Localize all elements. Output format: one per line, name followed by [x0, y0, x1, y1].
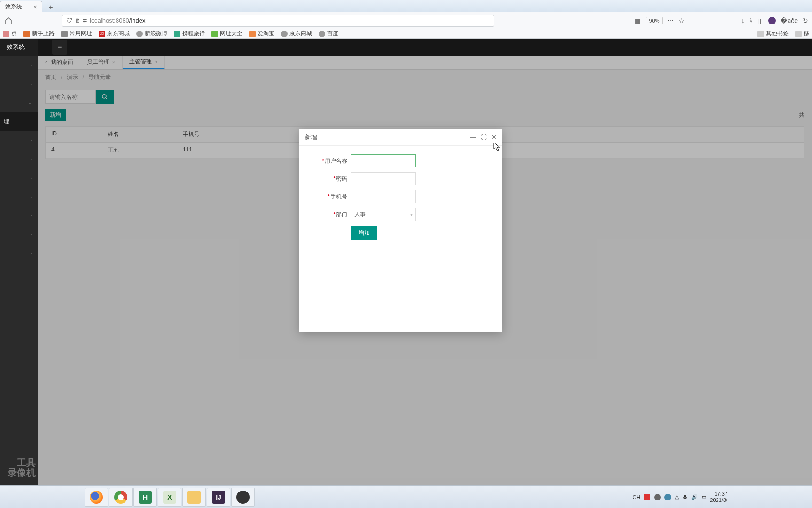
close-icon[interactable]: × — [33, 3, 37, 11]
address-bar[interactable]: 🛡 🗎 ⇄ localhost:8080/index — [62, 15, 494, 27]
browser-tab-strip: 效系统 × + — [0, 0, 812, 12]
submit-button[interactable]: 增加 — [351, 226, 377, 240]
chevron-right-icon: › — [31, 138, 32, 143]
chevron-right-icon: › — [31, 251, 32, 256]
url-host: localhost — [90, 17, 114, 24]
taskbar-excel[interactable]: X — [158, 488, 181, 507]
sidebar-item[interactable]: › — [0, 225, 38, 244]
add-dialog: 新增 — ⛶ ✕ *用户名称 *密码 *手机号 — [299, 129, 502, 332]
chevron-right-icon: › — [31, 81, 32, 87]
bookmark-item[interactable]: 新手上路 — [23, 30, 55, 38]
password-label: *密码 — [313, 175, 347, 183]
chevron-right-icon: › — [31, 63, 32, 68]
sidebar-item[interactable]: › — [0, 168, 38, 187]
ime-indicator[interactable]: CH — [632, 494, 640, 500]
taskbar-firefox[interactable] — [85, 488, 108, 507]
bookmarks-bar: 点 新手上路 常用网址 JD京东商城 新浪微博 携程旅行 网址大全 爱淘宝 京东… — [0, 29, 812, 39]
sidebar-item[interactable]: › — [0, 56, 38, 74]
app-title: 效系统 — [0, 43, 31, 51]
dialog-title: 新增 — [305, 133, 317, 142]
system-tray: CH △ 🖧 🔊 ▭ 17:37 2021/3/ — [632, 491, 727, 502]
taskbar: H X IJ CH △ 🖧 🔊 ▭ 17:37 2021/3/ — [0, 485, 812, 508]
tray-icon[interactable] — [664, 494, 671, 500]
clock[interactable]: 17:37 2021/3/ — [710, 491, 727, 502]
volume-icon[interactable]: 🔊 — [691, 494, 698, 500]
refresh-icon[interactable]: ↻ — [803, 17, 808, 24]
qr-icon[interactable]: ▦ — [635, 17, 641, 24]
connection-icon: ⇄ — [83, 17, 87, 24]
tab-title: 效系统 — [5, 3, 22, 11]
bookmark-item[interactable]: 新浪微博 — [136, 30, 167, 38]
sidebar-watermark: 工具 录像机 — [0, 450, 38, 485]
network-icon[interactable]: 🖧 — [682, 494, 687, 500]
url-port: :8080 — [114, 17, 129, 24]
chevron-right-icon: › — [31, 157, 32, 162]
profile-avatar[interactable] — [768, 17, 776, 24]
url-path: /index — [129, 17, 146, 24]
sidebar-item[interactable]: › — [0, 150, 38, 168]
dialog-header: 新增 — ⛶ ✕ — [299, 129, 502, 146]
shield-icon: 🛡 — [66, 17, 72, 24]
chevron-right-icon: › — [31, 213, 32, 218]
sidebar-item[interactable]: › — [0, 244, 38, 262]
home-icon[interactable] — [4, 16, 13, 25]
dept-label: *部门 — [313, 211, 347, 219]
phone-label: *手机号 — [313, 193, 347, 201]
sidebar-item-active[interactable]: 理 — [0, 112, 38, 131]
dept-select[interactable]: 人事 ▾ — [351, 208, 416, 221]
sidebar-item[interactable]: › — [0, 206, 38, 225]
extensions-icon[interactable]: �ače — [781, 17, 798, 24]
url-bar: 🛡 🗎 ⇄ localhost:8080/index ▦ 90% ⋯ ☆ ↓ ⑊… — [0, 12, 812, 29]
mobile-bookmarks[interactable]: 移 — [795, 30, 809, 38]
sidebar-item[interactable]: ⌄ — [0, 93, 38, 112]
dialog-body: *用户名称 *密码 *手机号 *部门 人事 ▾ — [299, 146, 502, 254]
bookmark-item[interactable]: 京东商城 — [281, 30, 312, 38]
page-info-icon: 🗎 — [75, 17, 81, 24]
username-input[interactable] — [351, 154, 416, 167]
chevron-down-icon: ▾ — [410, 212, 413, 217]
bookmark-item[interactable]: 常用网址 — [61, 30, 92, 38]
bookmark-item[interactable]: 爱淘宝 — [249, 30, 274, 38]
tray-chevron-icon[interactable]: △ — [675, 494, 679, 500]
sidebar-icon[interactable]: ◫ — [757, 17, 764, 24]
bookmark-item[interactable]: JD京东商城 — [99, 30, 130, 38]
close-icon[interactable]: ✕ — [492, 134, 497, 141]
bookmark-item[interactable]: 百度 — [319, 30, 338, 38]
library-icon[interactable]: ⑊ — [749, 17, 753, 24]
taskbar-app[interactable] — [231, 488, 255, 507]
username-label: *用户名称 — [313, 157, 347, 165]
zoom-level[interactable]: 90% — [646, 17, 663, 24]
sidebar: › › ⌄ 理 › › › › › › › 工具 录像机 — [0, 39, 38, 485]
sidebar-item[interactable]: › — [0, 131, 38, 150]
other-bookmarks[interactable]: 其他书签 — [757, 30, 789, 38]
bookmark-item[interactable]: 网址大全 — [211, 30, 242, 38]
sidebar-item[interactable]: › — [0, 187, 38, 206]
chevron-down-icon: ⌄ — [28, 100, 32, 105]
main-content: ⌂ 我的桌面 员工管理 × 主管管理 × 首页 / 演示 / 导航元素 — [38, 39, 812, 485]
taskbar-intellij[interactable]: IJ — [207, 488, 230, 507]
app-root: 效系统 ≡ › › ⌄ 理 › › › › › › › 工具 录像机 ⌂ 我的桌… — [0, 39, 812, 485]
chevron-right-icon: › — [31, 175, 32, 181]
taskbar-chrome[interactable] — [109, 488, 133, 507]
maximize-icon[interactable]: ⛶ — [481, 134, 487, 141]
taskbar-hbuilder[interactable]: H — [133, 488, 157, 507]
bookmark-item[interactable]: 携程旅行 — [174, 30, 205, 38]
tray-icon[interactable] — [654, 494, 661, 500]
chevron-right-icon: › — [31, 232, 32, 237]
bookmark-star-icon[interactable]: ☆ — [679, 17, 685, 24]
downloads-icon[interactable]: ↓ — [741, 17, 744, 24]
sidebar-item[interactable]: › — [0, 74, 38, 93]
browser-tab[interactable]: 效系统 × — [0, 1, 42, 12]
chevron-right-icon: › — [31, 194, 32, 199]
password-input[interactable] — [351, 172, 416, 185]
taskbar-folder[interactable] — [182, 488, 206, 507]
more-icon[interactable]: ⋯ — [667, 17, 674, 24]
new-tab-button[interactable]: + — [45, 3, 56, 12]
phone-input[interactable] — [351, 190, 416, 203]
action-center-icon[interactable]: ▭ — [702, 494, 706, 500]
minimize-icon[interactable]: — — [470, 134, 476, 141]
tray-icon[interactable] — [644, 494, 650, 500]
bookmark-item[interactable]: 点 — [3, 30, 17, 38]
